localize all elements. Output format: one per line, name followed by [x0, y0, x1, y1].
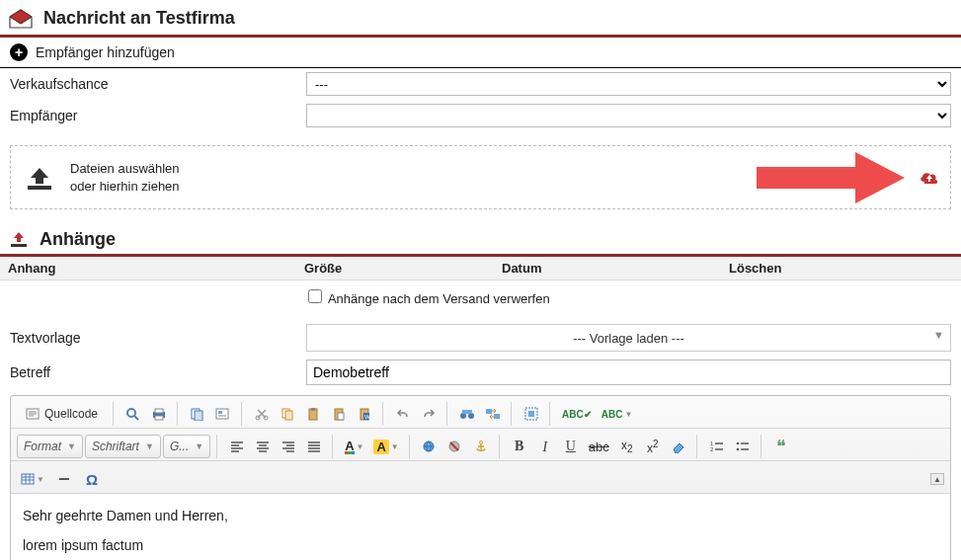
bg-color-button[interactable]: A▼: [369, 435, 402, 458]
svg-rect-8: [195, 411, 202, 421]
undo-button[interactable]: [391, 402, 415, 426]
underline-icon: U: [566, 439, 576, 454]
superscript-button[interactable]: x2: [641, 435, 665, 458]
editor-body[interactable]: Sehr geehrte Damen und Herren, lorem ips…: [11, 493, 950, 560]
svg-point-34: [736, 442, 739, 445]
subject-input[interactable]: [306, 360, 951, 385]
sales-chance-select[interactable]: ---: [306, 72, 951, 96]
discard-checkbox[interactable]: [308, 289, 322, 303]
hr-button[interactable]: [52, 467, 76, 491]
remove-format-button[interactable]: [667, 435, 690, 458]
svg-rect-26: [494, 414, 500, 419]
recipients-select[interactable]: [306, 104, 951, 127]
font-combo[interactable]: Schriftart▼: [85, 435, 161, 458]
templates-icon: [215, 407, 231, 421]
print-button[interactable]: [147, 402, 171, 426]
anchor-icon: [474, 440, 488, 453]
svg-rect-14: [285, 411, 292, 420]
eraser-icon: [671, 440, 686, 453]
subject-label: Betreff: [10, 364, 306, 380]
link-button[interactable]: [418, 435, 441, 458]
svg-rect-24: [462, 410, 472, 414]
ol-icon: 12: [710, 440, 724, 453]
cut-button[interactable]: [250, 402, 274, 426]
specialchar-button[interactable]: Ω: [80, 467, 104, 491]
format-combo[interactable]: Format▼: [17, 435, 83, 458]
svg-rect-1: [11, 244, 27, 247]
plus-icon: +: [10, 43, 28, 61]
paste-button[interactable]: [301, 402, 325, 426]
ul-icon: [736, 440, 750, 453]
italic-button[interactable]: I: [533, 435, 557, 458]
select-all-button[interactable]: [520, 402, 543, 426]
bold-icon: B: [515, 439, 523, 454]
clipboard-text-icon: [332, 407, 346, 421]
templates-button[interactable]: [211, 402, 235, 426]
align-right-button[interactable]: [277, 435, 300, 458]
omega-icon: Ω: [86, 471, 98, 488]
file-drop-zone[interactable]: Dateien auswählen oder hierhin ziehen: [10, 145, 951, 209]
cloud-upload-icon[interactable]: [919, 169, 940, 187]
source-button[interactable]: Quellcode: [17, 402, 107, 426]
paste-word-button[interactable]: W: [353, 402, 376, 426]
align-center-button[interactable]: [251, 435, 275, 458]
text-color-icon: A: [345, 439, 354, 454]
underline-button[interactable]: U: [559, 435, 583, 458]
unlink-button[interactable]: [443, 435, 467, 458]
abc-toggle-icon: ABC: [601, 409, 623, 420]
bullet-list-button[interactable]: [731, 435, 755, 458]
subscript-button[interactable]: x2: [615, 435, 639, 458]
expand-toggle[interactable]: ▲: [930, 473, 944, 485]
svg-rect-16: [311, 408, 315, 411]
align-justify-button[interactable]: [302, 435, 326, 458]
strike-button[interactable]: abc: [585, 435, 613, 458]
bg-color-icon: A: [373, 440, 388, 454]
find-button[interactable]: [455, 402, 479, 426]
chevron-down-icon: ▼: [195, 441, 203, 451]
preview-button[interactable]: [121, 402, 145, 426]
svg-rect-6: [155, 416, 163, 420]
svg-point-35: [736, 448, 739, 451]
col-delete: Löschen: [721, 257, 961, 280]
text-color-button[interactable]: A▼: [341, 435, 367, 458]
replace-button[interactable]: [481, 402, 505, 426]
svg-rect-36: [22, 474, 34, 484]
table-button[interactable]: ▼: [17, 467, 48, 491]
bold-button[interactable]: B: [508, 435, 531, 458]
copy2-button[interactable]: [276, 402, 299, 426]
magnifier-icon: [125, 407, 141, 421]
attachments-title: Anhänge: [40, 229, 116, 250]
discard-after-send[interactable]: Anhänge nach dem Versand verwerfen: [304, 291, 550, 306]
copy-button[interactable]: [186, 402, 209, 426]
chevron-down-icon: ▼: [357, 442, 364, 451]
spellcheck-button[interactable]: ABC✔: [558, 402, 596, 426]
template-placeholder: --- Vorlage laden ---: [573, 331, 684, 346]
add-recipients-row[interactable]: + Empfänger hinzufügen: [0, 38, 961, 68]
undo-icon: [396, 407, 410, 421]
blockquote-button[interactable]: ❝: [769, 435, 793, 458]
col-size: Größe: [296, 257, 494, 280]
printer-icon: [151, 407, 167, 421]
svg-text:W: W: [364, 414, 370, 420]
align-justify-icon: [307, 440, 321, 453]
svg-rect-0: [28, 186, 51, 190]
col-attachment: Anhang: [0, 257, 296, 280]
replace-icon: [485, 407, 501, 421]
align-left-button[interactable]: [225, 435, 249, 458]
fontsize-combo[interactable]: G...▼: [163, 435, 210, 458]
source-label: Quellcode: [44, 407, 98, 421]
binoculars-icon: [459, 407, 475, 421]
redo-button[interactable]: [417, 402, 440, 426]
numbered-list-button[interactable]: 12: [705, 435, 729, 458]
paste-text-button[interactable]: [327, 402, 351, 426]
globe-link-icon: [422, 440, 438, 453]
select-all-icon: [524, 407, 538, 421]
copy-icon: [190, 407, 205, 421]
quote-icon: ❝: [776, 441, 786, 451]
template-select[interactable]: --- Vorlage laden --- ▼: [306, 324, 951, 352]
strike-icon: abc: [589, 440, 609, 454]
body-line: lorem ipsum factum: [23, 537, 938, 553]
anchor-button[interactable]: [469, 435, 493, 458]
scayt-button[interactable]: ABC▼: [598, 402, 637, 426]
svg-rect-28: [528, 411, 534, 417]
